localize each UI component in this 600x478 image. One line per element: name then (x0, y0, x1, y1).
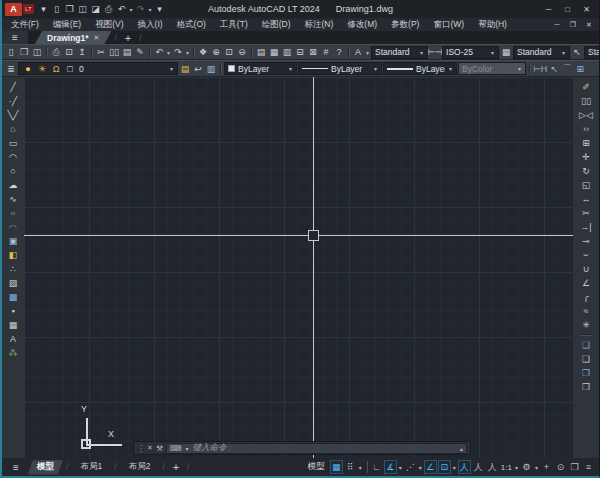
ellipse-arc-icon[interactable]: ◠ (5, 222, 21, 230)
plot-preview-icon[interactable]: ⊡ (63, 46, 75, 59)
redo-icon[interactable]: ↷ (135, 3, 147, 16)
pan-icon[interactable]: ❖ (197, 46, 209, 59)
explode-icon[interactable]: ✳ (578, 318, 594, 331)
color-combo[interactable]: ByLayer ▾ (224, 62, 297, 75)
dropdown-caret-icon[interactable]: ▾ (130, 6, 133, 13)
menu-item[interactable]: 标注(N) (298, 19, 341, 31)
quickcalc-icon[interactable]: # (320, 46, 332, 59)
send-under-objects-icon[interactable]: ❐ (578, 380, 594, 393)
plot-icon[interactable]: ⎙ (103, 3, 115, 16)
menu-item[interactable]: 编辑(E) (46, 19, 88, 31)
move-icon[interactable]: ✛ (578, 150, 594, 163)
layer-states-icon[interactable]: ▥ (205, 62, 217, 75)
make-object-layer-current-icon[interactable]: ▤ (179, 62, 191, 75)
menu-item[interactable]: 格式(O) (170, 19, 213, 31)
save-icon[interactable]: ◫ (31, 46, 43, 59)
zoom-realtime-icon[interactable]: ⊕ (210, 46, 222, 59)
file-tab-drawing1[interactable]: Drawing1* ✕ (35, 31, 111, 44)
table-style-icon[interactable]: ▦ (500, 46, 512, 59)
command-history-up-icon[interactable]: ▴ (460, 445, 463, 452)
drawing-canvas[interactable]: Y X ⋮ ✕ ⚒ ⌨ ▾ 键入命令 ▴ (24, 77, 573, 458)
break-icon[interactable]: ⌣ (578, 248, 594, 261)
customization-icon[interactable]: ≡ (582, 460, 595, 474)
redo-icon[interactable]: ↷ (172, 46, 184, 59)
lineweight-combo[interactable]: ByLayer ▾ (383, 62, 457, 75)
layer-previous-icon[interactable]: ↩ (192, 62, 204, 75)
erase-icon[interactable]: ✐ (578, 80, 594, 93)
status-plus-icon[interactable]: + (540, 460, 553, 474)
trim-icon[interactable]: ✂ (578, 206, 594, 219)
grid-display-icon[interactable]: ▦ (330, 460, 343, 474)
cut-icon[interactable]: ✂ (95, 46, 107, 59)
spline-icon[interactable]: ∿ (5, 192, 21, 205)
app-menu-caret-icon[interactable]: ▾ (38, 3, 50, 16)
insert-block-icon[interactable]: ▣ (5, 234, 21, 247)
menu-item[interactable]: 绘图(D) (255, 19, 298, 31)
command-line-wrench-icon[interactable]: ⚒ (156, 444, 163, 453)
qat-customize-caret-icon[interactable]: ▾ (154, 3, 166, 16)
blend-curves-icon[interactable]: ≈ (578, 304, 594, 317)
polar-tracking-icon[interactable]: ∡ (384, 460, 397, 474)
mleader-style-icon[interactable]: ↖ (571, 46, 583, 59)
match-properties-icon[interactable]: ✎ (134, 46, 146, 59)
minimize-button[interactable]: ─ (539, 2, 558, 16)
dropdown-caret-icon[interactable]: ▾ (399, 464, 402, 471)
new-layout-button[interactable]: + (168, 461, 184, 473)
object-snap-icon[interactable]: ⊡ (438, 460, 451, 474)
open-file-icon[interactable]: ❒ (64, 3, 76, 16)
dim-style-combo[interactable]: ISO-25 ▾ (442, 46, 499, 59)
doc-close-button[interactable]: ✕ (581, 19, 597, 30)
close-button[interactable]: ✕ (577, 2, 596, 16)
command-input[interactable]: ⌨ ▾ 键入命令 ▴ (166, 443, 467, 454)
properties-icon[interactable]: ▤ (255, 46, 267, 59)
menu-item[interactable]: 帮助(H) (471, 19, 514, 31)
dropdown-caret-icon[interactable]: ▾ (149, 6, 152, 13)
clean-screen-icon[interactable]: ❒ (568, 460, 581, 474)
mleader-style-combo[interactable]: Standard (584, 46, 599, 59)
object-snap-tracking-icon[interactable]: ∠ (424, 460, 437, 474)
table-icon[interactable]: ▦ (5, 318, 21, 331)
layer-properties-manager-icon[interactable]: ≣ (5, 62, 17, 75)
menu-item[interactable]: 窗口(W) (426, 19, 471, 31)
undo-icon[interactable]: ↶ (153, 46, 165, 59)
annotation-scale-button[interactable]: 人 (486, 460, 499, 474)
new-tab-button[interactable]: + (120, 31, 136, 44)
revision-cloud-icon[interactable]: ☁ (5, 178, 21, 191)
tool-palettes-icon[interactable]: ▥ (281, 46, 293, 59)
new-file-icon[interactable]: ▯ (51, 3, 63, 16)
layout-tab-menu-icon[interactable]: ≡ (6, 460, 26, 474)
circle-icon[interactable]: ○ (5, 164, 21, 177)
multileader-icon[interactable]: ↖ (548, 62, 560, 75)
dropdown-caret-icon[interactable]: ▾ (366, 49, 369, 56)
layer-combo[interactable]: ●☀Ω□ 0 ▾ (18, 62, 178, 75)
doc-minimize-button[interactable]: ─ (549, 19, 565, 30)
ortho-mode-icon[interactable]: ∟ (370, 460, 383, 474)
command-line-close-icon[interactable]: ✕ (147, 444, 153, 452)
publish-icon[interactable]: ↥ (76, 46, 88, 59)
sheet-set-manager-icon[interactable]: ⊟ (294, 46, 306, 59)
dropdown-caret-icon[interactable]: ▾ (186, 49, 189, 56)
hatch-icon[interactable]: ▨ (5, 276, 21, 289)
help-icon[interactable]: ? (333, 46, 345, 59)
linetype-combo[interactable]: ByLayer ▾ (298, 62, 382, 75)
autocad-logo[interactable]: A (5, 3, 22, 16)
gradient-icon[interactable]: ▩ (5, 290, 21, 303)
copy-icon[interactable]: ▯▯ (578, 94, 594, 107)
stretch-icon[interactable]: ↔ (578, 192, 594, 205)
save-as-icon[interactable]: ◪ (90, 3, 102, 16)
dim-style-icon[interactable]: ⊢⊣ (429, 46, 441, 59)
dimension-style-icon[interactable]: ⊞ (574, 62, 586, 75)
isometric-drafting-icon[interactable]: ⋰ (404, 460, 417, 474)
command-prompt-icon[interactable]: ⌨ (170, 444, 182, 453)
autoscale-icon[interactable]: 人 (472, 460, 485, 474)
paste-icon[interactable]: ▤ (121, 46, 133, 59)
save-icon[interactable]: ◫ (77, 3, 89, 16)
mirror-icon[interactable]: ▷◁ (578, 108, 594, 121)
menu-item[interactable]: 插入(I) (131, 19, 170, 31)
file-tab-close-icon[interactable]: ✕ (94, 34, 100, 42)
layout2-tab[interactable]: 布局2 (120, 460, 160, 475)
bring-to-front-icon[interactable]: ❏ (578, 338, 594, 351)
array-icon[interactable]: ⊞ (578, 136, 594, 149)
break-at-point-icon[interactable]: ⊸ (578, 234, 594, 247)
add-selected-icon[interactable]: ⁂ (5, 346, 21, 359)
